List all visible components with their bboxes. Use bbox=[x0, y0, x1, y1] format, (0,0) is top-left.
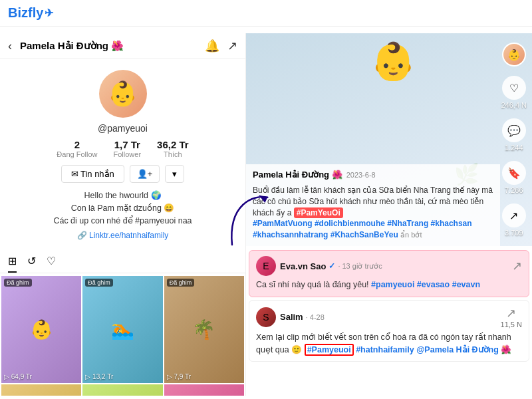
video-thumb-3[interactable]: 🌴 Đã ghim ▷ 7,9 Tr bbox=[164, 276, 244, 382]
username: @pamyeuoi bbox=[98, 123, 148, 134]
view-count-2: ▷ 13,2 Tr bbox=[85, 373, 113, 380]
avatar: 👶 bbox=[99, 70, 147, 118]
tab-reposts[interactable]: ↺ bbox=[27, 251, 36, 273]
eva-hashtag2[interactable]: #evasao bbox=[417, 280, 450, 289]
bizfly-logo: Bizfly ✈ bbox=[8, 5, 53, 21]
logo-text: Bizfly bbox=[8, 5, 43, 21]
comment-header-eva: E Eva.vn Sao ✓ · 13 giờ trước ↗ bbox=[256, 256, 522, 276]
follow-button[interactable]: 👤+ bbox=[130, 165, 160, 183]
profile-section: 👶 @pamyeuoi 2 Đang Follow 1,7 Tr Followe… bbox=[0, 59, 245, 251]
left-panel: ‹ Pamela Hải Đường 🌺 🔔 ↗ 👶 @pamyeuoi 2 Đ… bbox=[0, 33, 246, 396]
verified-icon: ✓ bbox=[329, 261, 335, 271]
salim-info: Salim · 4-28 bbox=[280, 312, 497, 322]
header: Bizfly ✈ bbox=[0, 0, 532, 27]
right-panel: 👶 🌿 👶 ♡ 246,4 N 💬 1.244 🔖 7.266 ↗ bbox=[246, 33, 532, 396]
salim-hashtag-highlight[interactable]: #Pamyeuoi bbox=[305, 344, 354, 356]
logo-icon: ✈ bbox=[45, 7, 53, 19]
stat-likes: 36,2 Tr Thích bbox=[157, 139, 189, 158]
post-text: Buổi đầu làm lễ tân khách sạn của Sữa bi… bbox=[253, 185, 493, 241]
eva-info: Eva.vn Sao ✓ · 13 giờ trước bbox=[280, 261, 508, 271]
salim-name: Salim · 4-28 bbox=[280, 312, 497, 322]
pinned-badge-3: Đã ghim bbox=[167, 279, 195, 287]
salim-share-count: 11,5 N bbox=[501, 321, 522, 329]
share-post-icon[interactable]: ↗ bbox=[502, 203, 526, 227]
right-actions: 👶 ♡ 246,4 N 💬 1.244 🔖 7.266 ↗ 3.709 bbox=[501, 43, 527, 237]
video-grid: 👶 Đã ghim ▷ 64,9 Tr 🏊 Đã ghim ▷ 13,2 Tr … bbox=[0, 276, 245, 396]
eva-comment-text: Ca sĩ nhí này quá là đáng yêu! #pamyeuoi… bbox=[256, 279, 522, 291]
comment-card-salim: S Salim · 4-28 ↗ 11,5 N Xem lại clip mới… bbox=[249, 300, 529, 362]
bookmark-action[interactable]: 🔖 7.266 bbox=[502, 161, 526, 194]
like-icon[interactable]: ♡ bbox=[502, 76, 526, 100]
post-body: Buổi đầu làm lễ tân khách sạn của Sữa bi… bbox=[253, 186, 493, 217]
salim-share-wrap: ↗ 11,5 N bbox=[501, 306, 522, 329]
post-hashtags[interactable]: #PamMatVuong #dolichbienmouhe #NhaTrang … bbox=[253, 219, 472, 239]
bio-line2: Con là Pam mặt dzuồng 😄 bbox=[53, 202, 192, 215]
salim-comment-text: Xem lại clip mới biết vết son trên cổ ho… bbox=[256, 331, 522, 356]
following-count: 2 bbox=[74, 139, 80, 150]
bookmark-icon[interactable]: 🔖 bbox=[502, 161, 526, 185]
bio-line3: Các đi up con nhé để #pamyeuoi naa bbox=[53, 215, 192, 227]
followers-count: 1,7 Tr bbox=[114, 139, 140, 150]
bell-icon[interactable]: 🔔 bbox=[205, 39, 219, 53]
likes-count: 36,2 Tr bbox=[157, 139, 189, 150]
top-video-post: 👶 🌿 👶 ♡ 246,4 N 💬 1.244 🔖 7.266 ↗ bbox=[246, 33, 532, 246]
show-less[interactable]: ẩn bớt bbox=[400, 231, 422, 239]
post-author: Pamela Hải Đường 🌺 bbox=[253, 170, 342, 180]
eva-hashtag3[interactable]: #evavn bbox=[452, 280, 480, 289]
video-thumb-1[interactable]: 👶 Đã ghim ▷ 64,9 Tr bbox=[1, 276, 81, 382]
stat-following: 2 Đang Follow bbox=[57, 139, 97, 158]
video-thumb-4[interactable]: 📦 ▷ 2 Tr bbox=[1, 384, 81, 396]
eva-time: · 13 giờ trước bbox=[338, 262, 382, 271]
tabs-row: ⊞ ↺ ♡ bbox=[0, 251, 245, 273]
comment-header-salim: S Salim · 4-28 ↗ 11,5 N bbox=[256, 306, 522, 329]
avatar-action: 👶 bbox=[502, 43, 526, 66]
comment-action[interactable]: 💬 1.244 bbox=[502, 118, 526, 152]
tab-liked[interactable]: ♡ bbox=[47, 251, 56, 273]
comment-card-eva: E Eva.vn Sao ✓ · 13 giờ trước ↗ Ca sĩ nh… bbox=[249, 250, 529, 297]
share-icon[interactable]: ↗ bbox=[227, 39, 237, 53]
view-count-3: ▷ 7,9 Tr bbox=[167, 373, 191, 380]
salim-share-icon[interactable]: ↗ bbox=[506, 306, 516, 321]
comment-count: 1.244 bbox=[505, 144, 523, 152]
salim-avatar: S bbox=[256, 307, 276, 327]
profile-nav: ‹ Pamela Hải Đường 🌺 🔔 ↗ bbox=[0, 33, 245, 59]
comment-cards: E Eva.vn Sao ✓ · 13 giờ trước ↗ Ca sĩ nh… bbox=[246, 246, 532, 396]
share-action[interactable]: ↗ 3.709 bbox=[502, 203, 526, 237]
post-date: 2023-6-8 bbox=[346, 171, 376, 179]
followers-label: Follower bbox=[114, 150, 142, 158]
pinned-badge-2: Đã ghim bbox=[85, 279, 113, 287]
post-overlay: Pamela Hải Đường 🌺 2023-6-8 Buổi đầu làm… bbox=[246, 164, 500, 246]
hashtag-red[interactable]: #PamYeuOi bbox=[294, 207, 343, 218]
likes-label: Thích bbox=[164, 150, 182, 158]
pinned-badge-1: Đã ghim bbox=[4, 279, 32, 287]
eva-name: Eva.vn Sao ✓ · 13 giờ trước bbox=[280, 261, 508, 271]
eva-avatar: E bbox=[256, 256, 276, 276]
stats-row: 2 Đang Follow 1,7 Tr Follower 36,2 Tr Th… bbox=[57, 139, 188, 158]
comment-icon[interactable]: 💬 bbox=[502, 118, 526, 142]
profile-nav-name: Pamela Hải Đường 🌺 bbox=[20, 40, 205, 52]
message-button[interactable]: ✉ Tin nhắn bbox=[61, 165, 124, 183]
following-label: Đang Follow bbox=[57, 150, 97, 158]
like-count: 246,4 N bbox=[501, 101, 527, 109]
baby-scene-icon: 👶 bbox=[370, 40, 416, 83]
salim-hashtag2[interactable]: #hatnhaifamily bbox=[356, 345, 414, 354]
avatar-emoji: 👶 bbox=[108, 82, 138, 106]
salim-time: · 4-28 bbox=[306, 313, 325, 321]
bio-link[interactable]: 🔗 Linktr.ee/hatnhaifamily bbox=[77, 231, 169, 240]
tab-posts[interactable]: ⊞ bbox=[8, 251, 17, 273]
more-button[interactable]: ▾ bbox=[165, 165, 184, 183]
salim-mention[interactable]: @Pamela Hải Đường 🌺 bbox=[416, 345, 511, 354]
video-thumb-6[interactable]: 🎨 ▷ 1,4 Tr bbox=[164, 384, 244, 396]
eva-share-icon[interactable]: ↗ bbox=[512, 259, 522, 273]
stat-followers: 1,7 Tr Follower bbox=[114, 139, 142, 158]
eva-hashtag[interactable]: #pamyeuoi bbox=[371, 280, 414, 289]
bio: Hello the hwourld 🌍 Con là Pam mặt dzuồn… bbox=[43, 190, 202, 227]
share-count: 3.709 bbox=[505, 229, 523, 237]
video-thumb-2[interactable]: 🏊 Đã ghim ▷ 13,2 Tr bbox=[82, 276, 162, 382]
like-action[interactable]: ♡ 246,4 N bbox=[501, 76, 527, 109]
bookmark-count: 7.266 bbox=[505, 186, 523, 194]
view-count-1: ▷ 64,9 Tr bbox=[4, 373, 32, 380]
action-buttons: ✉ Tin nhắn 👤+ ▾ bbox=[61, 165, 185, 183]
back-button[interactable]: ‹ bbox=[8, 39, 12, 53]
video-thumb-5[interactable]: 🧸 ▷ 4,8 Tr bbox=[82, 384, 162, 396]
